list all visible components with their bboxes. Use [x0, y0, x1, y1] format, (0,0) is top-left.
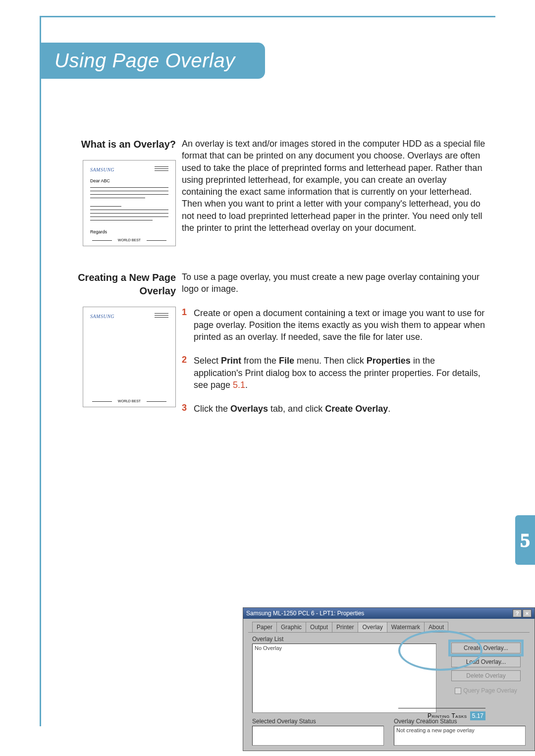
footer-page-number: 5.17 — [470, 711, 485, 720]
dialog-tabs: Paper Graphic Output Printer Overlay Wat… — [243, 619, 535, 632]
step-number: 3 — [182, 403, 194, 415]
step-1: 1 Create or open a document containing a… — [182, 307, 485, 343]
overlay-creation-status: Not creating a new page overlay — [394, 726, 526, 746]
overlay-list-item[interactable]: No Overlay — [255, 645, 282, 651]
dialog-title: Samsung ML-1250 PCL 6 - LPT1: Properties — [246, 610, 364, 617]
sample-bars-icon-2 — [155, 313, 168, 319]
tab-about[interactable]: About — [424, 622, 448, 632]
selected-overlay-status — [252, 726, 384, 746]
tab-printer[interactable]: Printer — [332, 622, 358, 632]
chapter-number: 5 — [520, 529, 530, 552]
properties-dialog-screenshot: Samsung ML-1250 PCL 6 - LPT1: Properties… — [243, 607, 535, 751]
illustration-letterhead-only: SAMSUNG WORLD BEST — [83, 307, 176, 407]
page-ref-5-1[interactable]: 5.1 — [233, 380, 245, 390]
tab-paper[interactable]: Paper — [252, 622, 277, 632]
title-tab: Using Page Overlay — [40, 43, 256, 79]
section-heading-creating: Creating a New Page Overlay — [67, 271, 176, 298]
close-button[interactable]: × — [523, 609, 532, 617]
tab-output[interactable]: Output — [306, 622, 332, 632]
sample-footer: WORLD BEST — [90, 238, 168, 242]
sample-greeting: Dear ABC — [90, 178, 168, 183]
overlay-list[interactable]: No Overlay — [252, 644, 436, 713]
sample-brand-2: SAMSUNG — [90, 314, 114, 319]
page-title: Using Page Overlay — [54, 50, 235, 71]
tab-overlay[interactable]: Overlay — [358, 622, 387, 632]
sample-footer-2: WORLD BEST — [90, 399, 168, 403]
step-2: 2 Select Print from the File menu. Then … — [182, 355, 485, 391]
query-page-overlay-checkbox[interactable]: Query Page Overlay — [455, 687, 517, 694]
footer-rule — [398, 708, 485, 708]
tab-graphic[interactable]: Graphic — [276, 622, 306, 632]
step-number: 2 — [182, 355, 194, 391]
page-footer: Printing Tasks 5.17 — [428, 711, 485, 720]
checkbox-icon[interactable] — [455, 688, 461, 694]
section-heading-what-is: What is an Overlay? — [67, 138, 176, 151]
load-overlay-button[interactable]: Load Overlay... — [451, 656, 521, 667]
delete-overlay-button[interactable]: Delete Overlay — [451, 670, 521, 681]
sample-bars-icon — [155, 166, 168, 172]
sample-brand: SAMSUNG — [90, 167, 114, 172]
step-3: 3 Click the Overlays tab, and click Crea… — [182, 403, 485, 415]
overlay-definition-text: An overlay is text and/or images stored … — [182, 138, 485, 234]
tab-watermark[interactable]: Watermark — [387, 622, 425, 632]
overlay-list-label: Overlay List — [252, 636, 436, 643]
illustration-overlay-letter: SAMSUNG Dear ABC Regards WORLD BEST — [83, 160, 176, 246]
chapter-tab: 5 — [515, 515, 535, 565]
creating-intro: To use a page overlay, you must create a… — [182, 271, 485, 295]
create-overlay-button[interactable]: Create Overlay... — [451, 643, 521, 653]
sample-signoff: Regards — [90, 229, 168, 234]
step-2-text: Select Print from the File menu. Then cl… — [194, 355, 485, 391]
step-number: 1 — [182, 307, 194, 343]
step-1-text: Create or open a document containing a t… — [194, 307, 485, 343]
selected-overlay-status-label: Selected Overlay Status — [252, 718, 384, 725]
step-3-text: Click the Overlays tab, and click Create… — [194, 403, 390, 415]
footer-label: Printing Tasks — [428, 712, 467, 719]
help-button[interactable]: ? — [513, 609, 522, 617]
dialog-titlebar: Samsung ML-1250 PCL 6 - LPT1: Properties… — [243, 608, 535, 619]
